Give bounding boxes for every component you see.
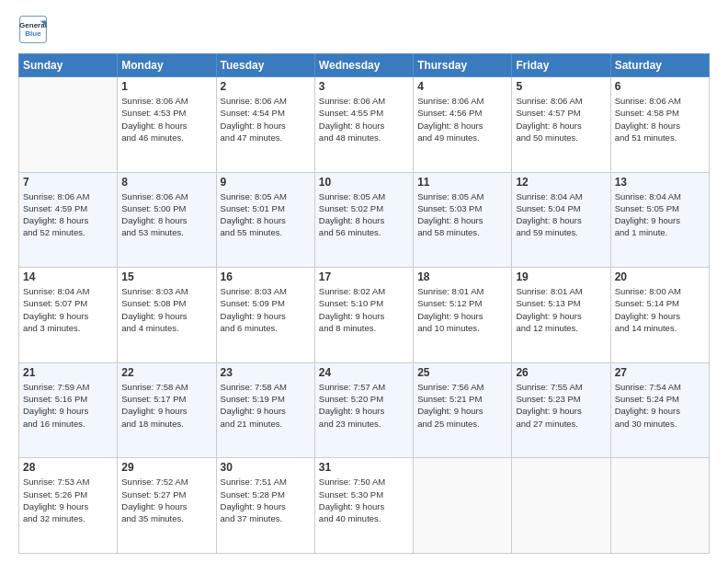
calendar-cell: 23Sunrise: 7:58 AM Sunset: 5:19 PM Dayli… [216,362,314,458]
day-number: 20 [615,270,705,283]
calendar-week-row: 14Sunrise: 8:04 AM Sunset: 5:07 PM Dayli… [19,268,710,363]
day-number: 4 [417,80,507,93]
day-detail: Sunrise: 8:06 AM Sunset: 5:00 PM Dayligh… [121,190,211,239]
day-detail: Sunrise: 8:01 AM Sunset: 5:12 PM Dayligh… [417,285,507,334]
calendar-cell [414,458,512,554]
day-number: 30 [221,461,311,474]
day-number: 15 [121,270,211,283]
day-detail: Sunrise: 7:58 AM Sunset: 5:19 PM Dayligh… [221,381,311,430]
calendar-cell: 3Sunrise: 8:06 AM Sunset: 4:55 PM Daylig… [314,77,413,173]
calendar-table: SundayMondayTuesdayWednesdayThursdayFrid… [18,53,710,554]
calendar-week-row: 7Sunrise: 8:06 AM Sunset: 4:59 PM Daylig… [19,172,710,268]
day-detail: Sunrise: 7:57 AM Sunset: 5:20 PM Dayligh… [319,381,409,430]
calendar-cell: 4Sunrise: 8:06 AM Sunset: 4:56 PM Daylig… [414,77,512,173]
day-number: 27 [615,366,705,379]
day-detail: Sunrise: 8:06 AM Sunset: 4:55 PM Dayligh… [319,95,409,144]
calendar-cell: 19Sunrise: 8:01 AM Sunset: 5:13 PM Dayli… [512,268,610,363]
day-number: 5 [516,80,606,93]
weekday-header-thursday: Thursday [414,54,512,77]
calendar-cell: 6Sunrise: 8:06 AM Sunset: 4:58 PM Daylig… [610,77,709,173]
calendar-cell: 11Sunrise: 8:05 AM Sunset: 5:03 PM Dayli… [414,172,512,268]
day-detail: Sunrise: 8:03 AM Sunset: 5:08 PM Dayligh… [121,285,211,334]
day-number: 3 [319,80,409,93]
day-detail: Sunrise: 7:53 AM Sunset: 5:26 PM Dayligh… [23,476,113,524]
svg-text:Blue: Blue [25,29,41,38]
day-detail: Sunrise: 7:50 AM Sunset: 5:30 PM Dayligh… [319,476,409,524]
weekday-header-friday: Friday [512,54,610,77]
calendar-cell: 12Sunrise: 8:04 AM Sunset: 5:04 PM Dayli… [512,172,610,268]
day-number: 8 [121,176,211,189]
calendar-cell: 22Sunrise: 7:58 AM Sunset: 5:17 PM Dayli… [118,362,216,458]
day-number: 9 [221,176,311,189]
day-number: 14 [23,270,113,283]
day-number: 26 [516,366,606,379]
day-detail: Sunrise: 8:05 AM Sunset: 5:02 PM Dayligh… [319,190,409,239]
day-detail: Sunrise: 8:00 AM Sunset: 5:14 PM Dayligh… [615,285,705,334]
day-detail: Sunrise: 8:06 AM Sunset: 4:53 PM Dayligh… [121,95,211,144]
day-number: 12 [516,176,606,189]
day-number: 6 [615,80,705,93]
day-number: 29 [121,461,211,474]
day-number: 7 [23,176,113,189]
calendar-cell [19,77,118,173]
calendar-cell: 8Sunrise: 8:06 AM Sunset: 5:00 PM Daylig… [118,172,216,268]
calendar-cell: 2Sunrise: 8:06 AM Sunset: 4:54 PM Daylig… [216,77,314,173]
calendar-cell: 13Sunrise: 8:04 AM Sunset: 5:05 PM Dayli… [610,172,709,268]
day-detail: Sunrise: 7:54 AM Sunset: 5:24 PM Dayligh… [615,381,705,430]
day-detail: Sunrise: 7:56 AM Sunset: 5:21 PM Dayligh… [417,381,507,430]
day-detail: Sunrise: 8:05 AM Sunset: 5:03 PM Dayligh… [417,190,507,239]
weekday-header-sunday: Sunday [19,54,118,77]
day-number: 13 [615,176,705,189]
calendar-cell: 5Sunrise: 8:06 AM Sunset: 4:57 PM Daylig… [512,77,610,173]
day-detail: Sunrise: 7:51 AM Sunset: 5:28 PM Dayligh… [221,476,311,524]
calendar-cell: 31Sunrise: 7:50 AM Sunset: 5:30 PM Dayli… [314,458,413,554]
day-detail: Sunrise: 8:01 AM Sunset: 5:13 PM Dayligh… [516,285,606,334]
day-detail: Sunrise: 8:05 AM Sunset: 5:01 PM Dayligh… [221,190,311,239]
calendar-cell: 20Sunrise: 8:00 AM Sunset: 5:14 PM Dayli… [610,268,709,363]
day-detail: Sunrise: 8:04 AM Sunset: 5:04 PM Dayligh… [516,190,606,239]
calendar-cell: 25Sunrise: 7:56 AM Sunset: 5:21 PM Dayli… [414,362,512,458]
logo: General Blue [18,15,48,44]
day-number: 22 [121,366,211,379]
calendar-cell: 14Sunrise: 8:04 AM Sunset: 5:07 PM Dayli… [19,268,118,363]
day-number: 10 [319,176,409,189]
day-detail: Sunrise: 8:02 AM Sunset: 5:10 PM Dayligh… [319,285,409,334]
day-detail: Sunrise: 8:06 AM Sunset: 4:56 PM Dayligh… [417,95,507,144]
day-number: 21 [23,366,113,379]
day-number: 2 [221,80,311,93]
day-number: 17 [319,270,409,283]
calendar-cell: 9Sunrise: 8:05 AM Sunset: 5:01 PM Daylig… [216,172,314,268]
weekday-header-monday: Monday [118,54,216,77]
calendar-cell: 27Sunrise: 7:54 AM Sunset: 5:24 PM Dayli… [610,362,709,458]
day-number: 1 [121,80,211,93]
calendar-week-row: 1Sunrise: 8:06 AM Sunset: 4:53 PM Daylig… [19,77,710,173]
header: General Blue [18,15,710,44]
day-detail: Sunrise: 7:55 AM Sunset: 5:23 PM Dayligh… [516,381,606,430]
calendar-cell: 15Sunrise: 8:03 AM Sunset: 5:08 PM Dayli… [118,268,216,363]
calendar-cell: 30Sunrise: 7:51 AM Sunset: 5:28 PM Dayli… [216,458,314,554]
calendar-cell: 24Sunrise: 7:57 AM Sunset: 5:20 PM Dayli… [314,362,413,458]
day-number: 18 [417,270,507,283]
day-detail: Sunrise: 7:52 AM Sunset: 5:27 PM Dayligh… [121,476,211,524]
page: General Blue SundayMondayTuesdayWednesda… [0,0,728,563]
weekday-header-wednesday: Wednesday [314,54,413,77]
calendar-cell: 16Sunrise: 8:03 AM Sunset: 5:09 PM Dayli… [216,268,314,363]
day-detail: Sunrise: 7:59 AM Sunset: 5:16 PM Dayligh… [23,381,113,430]
calendar-cell: 18Sunrise: 8:01 AM Sunset: 5:12 PM Dayli… [414,268,512,363]
day-detail: Sunrise: 7:58 AM Sunset: 5:17 PM Dayligh… [121,381,211,430]
day-number: 25 [417,366,507,379]
calendar-cell: 17Sunrise: 8:02 AM Sunset: 5:10 PM Dayli… [314,268,413,363]
calendar-cell: 7Sunrise: 8:06 AM Sunset: 4:59 PM Daylig… [19,172,118,268]
calendar-week-row: 21Sunrise: 7:59 AM Sunset: 5:16 PM Dayli… [19,362,710,458]
day-detail: Sunrise: 8:06 AM Sunset: 4:57 PM Dayligh… [516,95,606,144]
day-detail: Sunrise: 8:06 AM Sunset: 4:59 PM Dayligh… [23,190,113,239]
calendar-week-row: 28Sunrise: 7:53 AM Sunset: 5:26 PM Dayli… [19,458,710,554]
day-detail: Sunrise: 8:06 AM Sunset: 4:54 PM Dayligh… [221,95,311,144]
day-detail: Sunrise: 8:03 AM Sunset: 5:09 PM Dayligh… [221,285,311,334]
day-number: 23 [221,366,311,379]
day-number: 19 [516,270,606,283]
calendar-cell [610,458,709,554]
day-detail: Sunrise: 8:06 AM Sunset: 4:58 PM Dayligh… [615,95,705,144]
weekday-header-tuesday: Tuesday [216,54,314,77]
day-number: 28 [23,461,113,474]
